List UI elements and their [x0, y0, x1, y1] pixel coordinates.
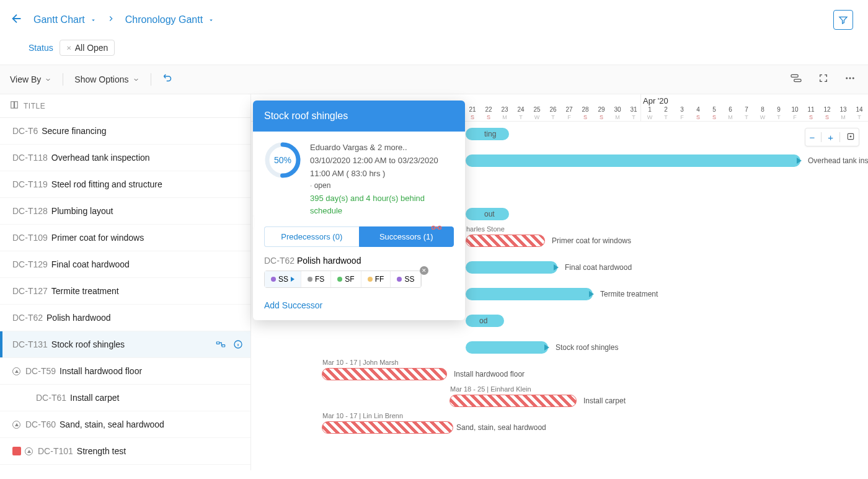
tab-predecessors[interactable]: Predecessors (0) — [264, 226, 359, 247]
filter-button[interactable] — [833, 10, 853, 30]
svg-rect-5 — [11, 102, 14, 109]
task-row[interactable]: DC-T127 Termite treatment — [0, 278, 250, 305]
zoom-in-button[interactable]: + — [828, 132, 833, 143]
fit-to-screen-button[interactable] — [846, 132, 855, 143]
progress-percent: 50% — [264, 141, 301, 179]
expand-icon[interactable] — [25, 447, 33, 455]
fullscreen-button[interactable] — [816, 71, 831, 88]
title-column-header[interactable]: TITLE — [24, 102, 45, 110]
successor-item[interactable]: DC-T62 Polish hardwood — [264, 256, 454, 266]
day-column: 21S — [464, 106, 480, 120]
task-id: DC-T6 — [12, 126, 38, 136]
gantt-bar[interactable]: Mar 18 - 25 | Einhard KleinInstall carpe… — [450, 395, 577, 407]
task-title: Install carpet — [70, 393, 119, 403]
svg-point-14 — [432, 226, 435, 230]
bar-arrow-icon — [589, 291, 594, 297]
chevron-down-icon — [208, 17, 215, 24]
day-column: 22S — [480, 106, 497, 120]
svg-rect-8 — [222, 345, 225, 347]
baseline-toggle-button[interactable] — [787, 71, 805, 88]
bar-label: ting — [484, 130, 496, 138]
status-chip-all-open[interactable]: ✕ All Open — [60, 40, 115, 56]
breadcrumb-chronology-gantt[interactable]: Chronology Gantt — [125, 14, 215, 25]
status-filter-label[interactable]: Status — [29, 43, 53, 53]
day-column: 13M — [835, 106, 851, 120]
bar-prelabel: Mar 18 - 25 | Einhard Klein — [450, 385, 531, 393]
task-row[interactable]: DC-T59 Install hardwood floor — [0, 358, 250, 385]
gantt-bar[interactable]: out — [466, 208, 509, 220]
dependency-type-option[interactable]: SS — [391, 271, 421, 287]
task-row[interactable]: DC-T128 Plumbing layout — [0, 198, 250, 225]
day-column: 1W — [642, 106, 658, 120]
task-title: Termite treatment — [51, 286, 119, 296]
task-row[interactable]: DC-T119 Steel rod fitting and structure — [0, 171, 250, 198]
task-id: DC-T131 — [12, 339, 48, 349]
separator — [821, 132, 822, 142]
task-title: Final coat hardwood — [51, 259, 130, 269]
task-title: Strength test — [77, 446, 126, 456]
svg-point-11 — [850, 136, 851, 137]
svg-rect-6 — [15, 102, 18, 109]
svg-rect-1 — [794, 79, 801, 82]
task-owner: Eduardo Vargas & 2 more.. — [310, 141, 454, 154]
dependency-type-option[interactable]: SF — [331, 271, 361, 287]
dependency-icon[interactable] — [216, 339, 226, 349]
popover-title: Stock roof shingles — [253, 101, 465, 132]
undo-button[interactable] — [162, 73, 174, 86]
task-row[interactable]: DC-T101 Strength test — [0, 438, 250, 465]
gantt-bar[interactable]: Stock roof shingles — [466, 341, 548, 354]
day-column: 25W — [529, 106, 545, 120]
chevron-right-icon — [107, 14, 115, 25]
day-column: 3F — [674, 106, 690, 120]
expand-icon[interactable] — [12, 367, 20, 375]
link-icon[interactable] — [430, 223, 443, 235]
view-by-menu[interactable]: View By — [10, 74, 51, 84]
chevron-down-icon — [45, 76, 51, 83]
gantt-bar[interactable]: harles StonePrimer coat for windows — [466, 235, 545, 247]
back-arrow-icon[interactable] — [10, 12, 24, 28]
gantt-bar[interactable]: Mar 10 - 17 | John MarshInstall hardwood… — [322, 368, 447, 380]
task-id: DC-T62 — [12, 313, 43, 323]
add-successor-button[interactable]: Add Successor — [264, 300, 454, 310]
bar-label: Overhead tank inspection — [808, 156, 868, 165]
remove-dependency-button[interactable]: ✕ — [420, 266, 428, 275]
svg-point-15 — [438, 226, 441, 230]
dependency-type-option[interactable]: FS — [301, 271, 331, 287]
svg-point-4 — [852, 78, 854, 79]
task-row[interactable]: DC-T60 Sand, stain, seal hardwood — [0, 411, 250, 438]
task-id: DC-T128 — [12, 206, 48, 216]
gantt-bar[interactable]: od — [466, 315, 504, 327]
task-row[interactable]: DC-T61 Install carpet — [0, 385, 250, 411]
zoom-out-button[interactable]: − — [809, 132, 815, 143]
task-row[interactable]: DC-T118 Overhead tank inspection — [0, 145, 250, 171]
gantt-bar[interactable]: Termite treatment — [466, 288, 593, 300]
dependency-type-option[interactable]: SS — [265, 271, 301, 287]
show-options-menu[interactable]: Show Options — [74, 74, 139, 84]
view-by-label: View By — [10, 74, 41, 84]
more-options-button[interactable] — [842, 70, 858, 89]
close-icon[interactable]: ✕ — [66, 45, 71, 51]
bar-label: Sand, stain, seal hardwood — [456, 423, 546, 432]
gantt-bar[interactable]: ting — [466, 128, 509, 140]
gantt-bar[interactable]: Final coat hardwood — [466, 261, 557, 274]
zoom-controls: − + — [805, 128, 859, 146]
task-row[interactable]: DC-T109 Primer coat for windows — [0, 225, 250, 251]
info-icon[interactable] — [233, 339, 243, 349]
dep-dot-icon — [397, 277, 402, 282]
breadcrumb-gantt-chart[interactable]: Gantt Chart — [33, 14, 97, 25]
task-title: Stock roof shingles — [51, 339, 125, 349]
expand-icon[interactable] — [12, 421, 20, 429]
day-column: 14T — [851, 106, 867, 120]
gantt-bar[interactable]: Overhead tank inspection — [466, 154, 800, 167]
task-title: Steel rod fitting and structure — [51, 179, 162, 189]
show-options-label: Show Options — [74, 74, 128, 84]
task-row[interactable]: DC-T131 Stock roof shingles — [0, 331, 250, 358]
dependency-type-option[interactable]: FF — [361, 271, 391, 287]
column-config-icon[interactable] — [10, 101, 19, 111]
gantt-bar[interactable]: Mar 10 - 17 | Lin Lin BrennSand, stain, … — [322, 421, 453, 434]
task-row[interactable]: DC-T129 Final coat hardwood — [0, 251, 250, 278]
task-row[interactable]: DC-T62 Polish hardwood — [0, 305, 250, 331]
successor-title: Polish hardwood — [297, 256, 361, 266]
bar-label: Install carpet — [583, 396, 626, 405]
task-row[interactable]: DC-T6 Secure financing — [0, 118, 250, 145]
